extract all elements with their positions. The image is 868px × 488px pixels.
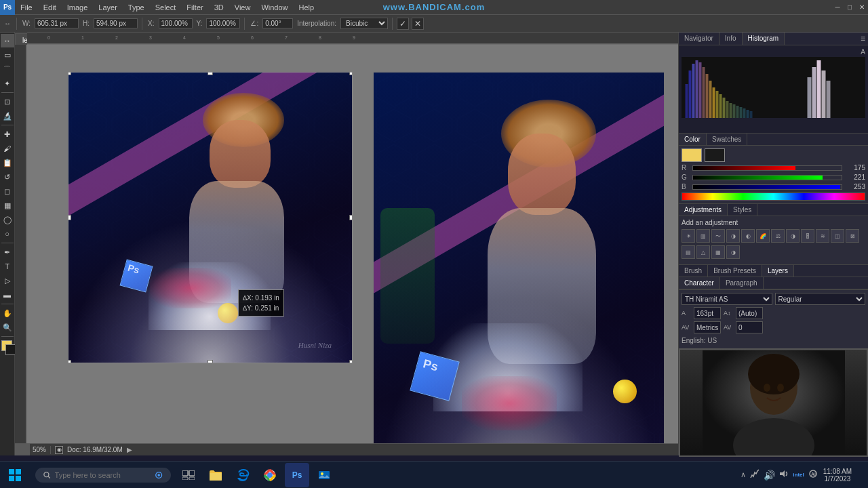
show-desktop-btn[interactable] — [857, 462, 861, 489]
artboard-left[interactable]: Ps Husni Niza — [68, 72, 353, 363]
background-color-box[interactable] — [705, 148, 725, 162]
edge-icon[interactable] — [231, 463, 255, 487]
x-percent-input[interactable] — [159, 18, 193, 28]
height-input[interactable] — [94, 18, 138, 28]
bw-adj[interactable]: ◑ — [786, 229, 800, 243]
artboard-right[interactable]: Ps Husni Niza — [373, 72, 665, 443]
vibrance-adj[interactable]: ◐ — [741, 229, 755, 243]
selective-color-adj[interactable]: ◑ — [726, 245, 740, 259]
info-tab[interactable]: Info — [719, 33, 743, 45]
paragraph-tab[interactable]: Paragraph — [720, 277, 764, 289]
brush-tab[interactable]: Brush — [679, 265, 708, 277]
file-explorer-icon[interactable] — [203, 463, 228, 487]
close-button[interactable]: ✕ — [856, 0, 868, 15]
character-tab[interactable]: Character — [679, 277, 720, 289]
up-arrow-icon[interactable]: ∧ — [741, 470, 746, 479]
width-input[interactable] — [35, 18, 79, 28]
taskbar-time[interactable]: 11:08 AM 1/7/2023 — [823, 468, 852, 483]
panel-menu-icon[interactable]: ≡ — [858, 33, 868, 45]
transform-handle-ml[interactable] — [68, 215, 71, 220]
color-spectrum[interactable] — [682, 192, 865, 201]
network-icon[interactable] — [750, 469, 760, 481]
intel-icon[interactable]: intel — [793, 472, 804, 478]
menu-window[interactable]: Window — [256, 2, 293, 13]
y-percent-input[interactable] — [206, 18, 240, 28]
color-tab[interactable]: Color — [679, 134, 707, 145]
levels-adj[interactable]: ▥ — [696, 229, 710, 243]
threshold-adj[interactable]: △ — [696, 245, 710, 259]
history-tool[interactable]: ↺ — [1, 170, 14, 184]
search-input[interactable] — [55, 471, 151, 479]
path-tool[interactable]: ▷ — [1, 274, 14, 287]
tracking2-input[interactable] — [736, 321, 763, 333]
styles-tab[interactable]: Styles — [728, 204, 757, 216]
heal-tool[interactable]: ✚ — [1, 127, 14, 141]
angle-input[interactable] — [262, 18, 293, 28]
speaker-icon[interactable] — [779, 469, 789, 481]
color-balance-adj[interactable]: ⚖ — [771, 229, 785, 243]
photos-icon[interactable] — [312, 463, 336, 487]
interpolation-select[interactable]: Bicubic — [340, 18, 388, 29]
r-slider[interactable] — [692, 165, 842, 171]
transform-handle-mr[interactable] — [349, 215, 353, 220]
menu-filter[interactable]: Filter — [181, 2, 208, 13]
move-tool[interactable]: ↔ — [1, 34, 14, 47]
dodge-tool[interactable]: ○ — [1, 227, 14, 241]
gradient-tool[interactable]: ▦ — [1, 199, 14, 212]
menu-3d[interactable]: 3D — [209, 2, 229, 13]
hue-adj[interactable]: 🌈 — [756, 229, 770, 243]
tracking-input[interactable] — [694, 321, 721, 333]
menu-edit[interactable]: Edit — [38, 2, 62, 13]
transform-handle-bm[interactable] — [208, 360, 213, 363]
brush-tool[interactable]: 🖌 — [1, 142, 14, 155]
photo-filter-adj[interactable]: 🎛 — [801, 229, 814, 243]
color-lookup-adj[interactable]: ◫ — [831, 229, 844, 243]
g-slider[interactable] — [692, 175, 842, 180]
channel-mixer-adj[interactable]: ≋ — [816, 229, 829, 243]
brightness-adj[interactable]: ☀ — [682, 229, 695, 243]
crop-tool[interactable]: ⊡ — [1, 95, 14, 108]
swatches-tab[interactable]: Swatches — [707, 134, 747, 145]
eraser-tool[interactable]: ◻ — [1, 184, 14, 198]
curves-adj[interactable]: 〜 — [711, 229, 725, 243]
gradient-map-adj[interactable]: ▦ — [711, 245, 725, 259]
type-tool[interactable]: T — [1, 260, 14, 273]
adjustments-tab[interactable]: Adjustments — [679, 204, 728, 216]
transform-handle-tr[interactable] — [349, 72, 353, 75]
posterize-adj[interactable]: ▤ — [682, 245, 695, 259]
blur-tool[interactable]: ◯ — [1, 213, 14, 226]
brush-presets-tab[interactable]: Brush Presets — [708, 265, 762, 277]
transform-handle-tm[interactable] — [208, 72, 213, 75]
cancel-button[interactable]: ✕ — [412, 18, 424, 30]
b-slider[interactable] — [692, 184, 842, 190]
volume-icon[interactable]: 🔊 — [764, 470, 775, 481]
navigator-tab[interactable]: Navigator — [679, 33, 719, 45]
task-view-icon[interactable] — [176, 463, 201, 487]
canvas-background[interactable]: Ps Husni Niza — [27, 45, 678, 443]
invert-adj[interactable]: ⊠ — [846, 229, 859, 243]
exposure-adj[interactable]: ◑ — [726, 229, 740, 243]
maximize-button[interactable]: □ — [844, 0, 856, 15]
menu-type[interactable]: Type — [123, 2, 150, 13]
hand-tool[interactable]: ✋ — [1, 306, 14, 320]
photoshop-taskbar-icon[interactable]: Ps — [285, 463, 309, 487]
wand-tool[interactable]: ✦ — [1, 77, 14, 90]
foreground-color-box[interactable] — [682, 148, 702, 162]
menu-image[interactable]: Image — [62, 2, 94, 13]
menu-view[interactable]: View — [229, 2, 256, 13]
taskbar-search[interactable] — [35, 468, 171, 483]
status-arrow[interactable]: ▶ — [127, 446, 132, 453]
shape-tool[interactable]: ▬ — [1, 288, 14, 302]
menu-select[interactable]: Select — [150, 2, 182, 13]
font-style-select[interactable]: Regular — [775, 293, 866, 305]
marquee-tool[interactable]: ▭ — [1, 48, 14, 62]
zoom-tool[interactable]: 🔍 — [1, 321, 14, 334]
foreground-color[interactable] — [1, 340, 14, 352]
menu-file[interactable]: File — [15, 2, 38, 13]
chrome-icon[interactable] — [258, 463, 282, 487]
font-size-input[interactable] — [694, 307, 721, 319]
leading-input[interactable] — [736, 307, 763, 319]
transform-handle-br[interactable] — [349, 360, 353, 363]
layers-tab[interactable]: Layers — [762, 265, 794, 277]
pen-tool[interactable]: ✒ — [1, 245, 14, 259]
